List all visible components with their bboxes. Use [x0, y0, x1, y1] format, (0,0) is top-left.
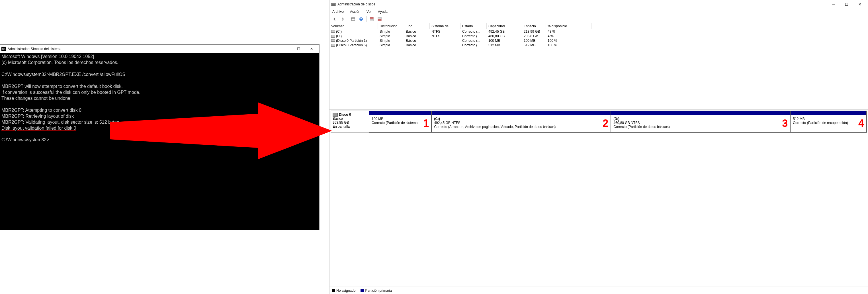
disk-info-box[interactable]: Disco 0 Básico 953,85 GB En pantalla [331, 111, 368, 133]
col-espacio[interactable]: Espacio ... [522, 23, 546, 29]
svg-rect-2 [332, 5, 336, 6]
col-tipo[interactable]: Tipo [404, 23, 430, 29]
volume-row[interactable]: (C:)SimpleBásicoNTFSCorrecto (...492,45 … [330, 29, 868, 34]
disk-mgmt-icon [331, 2, 336, 6]
partition[interactable]: 100 MBCorrecto (Partición de sistema1 [369, 111, 431, 133]
menu-accion[interactable]: Acción [349, 9, 361, 14]
volume-list-header: Volumen Distribución Tipo Sistema de ...… [330, 23, 868, 29]
back-button[interactable] [331, 15, 338, 23]
dm-titlebar[interactable]: Administración de discos ─ ☐ ✕ [330, 0, 868, 8]
volume-row[interactable]: (Disco 0 Partición 1)SimpleBásicoCorrect… [330, 38, 868, 43]
annotation-number: 1 [423, 117, 429, 130]
close-button[interactable]: ✕ [305, 45, 318, 53]
col-estado[interactable]: Estado [461, 23, 487, 29]
svg-marker-0 [110, 102, 332, 159]
cmd-line: If conversion is successful the disk can… [1, 90, 141, 95]
cmd-line: MBR2GPT will now attempt to convert the … [1, 84, 123, 89]
maximize-button[interactable]: ☐ [840, 0, 853, 8]
legend-primary: Partición primaria [361, 289, 392, 293]
menu-archivo[interactable]: Archivo [331, 9, 345, 14]
cmd-error-line: Disk layout validation failed for disk 0 [1, 126, 76, 131]
svg-rect-10 [378, 19, 381, 21]
svg-rect-3 [351, 17, 355, 21]
annotation-arrow [110, 102, 335, 159]
disk-status: En pantalla [333, 124, 366, 128]
annotation-number: 3 [782, 117, 788, 130]
cmd-line: MBR2GPT: Attempting to convert disk 0 [1, 108, 82, 113]
minimize-button[interactable]: ─ [827, 0, 840, 8]
svg-rect-7 [370, 17, 373, 19]
separator [366, 16, 367, 22]
legend: No asignado Partición primaria [330, 287, 868, 294]
disk-mgmt-window: Administración de discos ─ ☐ ✕ Archivo A… [329, 0, 868, 294]
disk-graphical-view[interactable]: Disco 0 Básico 953,85 GB En pantalla 100… [330, 109, 868, 134]
cmd-line: (c) Microsoft Corporation. Todos los der… [1, 60, 119, 65]
disk-size: 953,85 GB [333, 120, 366, 124]
cmd-prompt: C:\Windows\system32> [1, 137, 49, 142]
cmd-line: Microsoft Windows [Versión 10.0.19042.10… [1, 54, 94, 59]
annotation-number: 2 [602, 117, 608, 130]
cmd-titlebar[interactable]: C:\ Administrador: Símbolo del sistema ─… [0, 45, 319, 53]
disk-type: Básico [333, 117, 366, 120]
col-capacidad[interactable]: Capacidad [487, 23, 522, 29]
close-button[interactable]: ✕ [853, 0, 866, 8]
cmd-line: These changes cannot be undone! [1, 96, 71, 101]
view-bottom-button[interactable] [376, 15, 383, 23]
volume-list[interactable]: Volumen Distribución Tipo Sistema de ...… [330, 23, 868, 109]
cmd-window-controls: ─ ☐ ✕ [279, 45, 318, 53]
legend-swatch-blue [361, 289, 364, 292]
help-button[interactable]: ? [358, 15, 365, 23]
col-sistema[interactable]: Sistema de ... [430, 23, 461, 29]
volume-row[interactable]: (Disco 0 Partición 5)SimpleBásicoCorrect… [330, 43, 868, 47]
cmd-line: C:\Windows\system32>MBR2GPT.EXE /convert… [1, 72, 125, 77]
cmd-icon: C:\ [1, 47, 6, 51]
cmd-title: Administrador: Símbolo del sistema [8, 47, 279, 51]
separator [348, 16, 348, 22]
dm-title: Administración de discos [337, 2, 827, 6]
menu-ver[interactable]: Ver [365, 9, 373, 14]
svg-rect-9 [378, 17, 381, 19]
svg-text:?: ? [360, 17, 362, 21]
forward-button[interactable] [339, 15, 346, 23]
menu-ayuda[interactable]: Ayuda [377, 9, 389, 14]
legend-swatch-black [332, 289, 335, 292]
col-disponible[interactable]: % disponible [546, 23, 591, 29]
annotation-number: 4 [858, 117, 864, 130]
dm-menubar: Archivo Acción Ver Ayuda [330, 8, 868, 15]
list-empty-space [330, 47, 868, 109]
disk-0-row: Disco 0 Básico 953,85 GB En pantalla 100… [331, 111, 867, 133]
refresh-button[interactable] [350, 15, 356, 23]
col-volumen[interactable]: Volumen [330, 23, 378, 29]
volume-row[interactable]: (D:)SimpleBásicoNTFSCorrecto (...460,80 … [330, 34, 868, 38]
legend-unallocated: No asignado [332, 289, 355, 293]
partition[interactable]: (D:)460,80 GB NTFSCorrecto (Partición de… [611, 111, 790, 133]
cmd-line: MBR2GPT: Retrieving layout of disk [1, 114, 74, 118]
svg-rect-1 [332, 3, 336, 4]
view-top-button[interactable] [368, 15, 375, 23]
maximize-button[interactable]: ☐ [292, 45, 305, 53]
dm-window-controls: ─ ☐ ✕ [827, 0, 866, 8]
partition[interactable]: (C:)492,45 GB NTFSCorrecto (Arranque, Ar… [431, 111, 611, 133]
partition[interactable]: 512 MBCorrecto (Partición de recuperació… [790, 111, 867, 133]
cmd-line: MBR2GPT: Validating layout, disk sector … [1, 120, 119, 124]
col-distribucion[interactable]: Distribución [378, 23, 404, 29]
dm-toolbar: ? [330, 15, 868, 23]
disk-name: Disco 0 [339, 113, 351, 117]
svg-rect-8 [370, 19, 373, 21]
minimize-button[interactable]: ─ [279, 45, 292, 53]
